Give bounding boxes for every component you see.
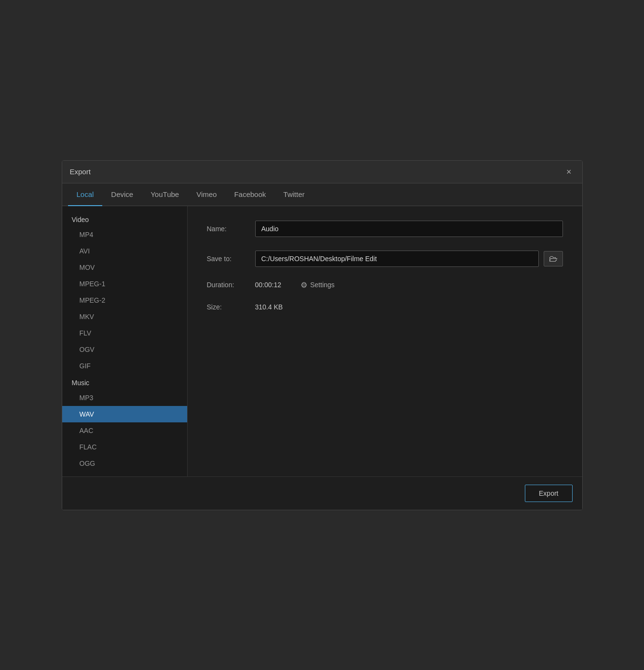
dialog-title: Export <box>70 168 91 176</box>
sidebar-item-mkv[interactable]: MKV <box>62 308 187 325</box>
tab-youtube[interactable]: YouTube <box>142 183 188 206</box>
save-to-input[interactable] <box>255 251 539 267</box>
export-dialog: Export × Local Device YouTube Vimeo Face… <box>62 160 583 510</box>
sidebar-item-flac[interactable]: FLAC <box>62 439 187 455</box>
dialog-body: Video MP4 AVI MOV MPEG-1 MPEG-2 MKV FLV … <box>62 206 582 476</box>
settings-button[interactable]: ⚙ Settings <box>301 280 335 290</box>
tab-facebook[interactable]: Facebook <box>225 183 274 206</box>
sidebar: Video MP4 AVI MOV MPEG-1 MPEG-2 MKV FLV … <box>62 206 188 476</box>
sidebar-item-ogg[interactable]: OGG <box>62 455 187 472</box>
sidebar-item-mpeg2[interactable]: MPEG-2 <box>62 292 187 308</box>
name-row: Name: <box>207 221 563 237</box>
footer: Export <box>62 476 582 510</box>
sidebar-item-flv[interactable]: FLV <box>62 325 187 341</box>
browse-folder-button[interactable]: 🗁 <box>544 251 563 266</box>
folder-icon: 🗁 <box>549 254 558 264</box>
save-to-label: Save to: <box>207 255 255 263</box>
tab-device[interactable]: Device <box>102 183 142 206</box>
sidebar-item-ogv[interactable]: OGV <box>62 341 187 358</box>
sidebar-item-aac[interactable]: AAC <box>62 422 187 439</box>
video-group-label: Video <box>62 211 187 226</box>
name-label: Name: <box>207 225 255 233</box>
sidebar-item-mp4[interactable]: MP4 <box>62 226 187 243</box>
size-value: 310.4 KB <box>255 303 283 311</box>
title-bar: Export × <box>62 161 582 183</box>
sidebar-item-avi[interactable]: AVI <box>62 243 187 259</box>
tabs-bar: Local Device YouTube Vimeo Facebook Twit… <box>62 183 582 206</box>
duration-content: 00:00:12 ⚙ Settings <box>255 280 335 290</box>
name-input[interactable] <box>255 221 563 237</box>
duration-value: 00:00:12 <box>255 281 282 289</box>
sidebar-item-wav[interactable]: WAV <box>62 406 187 422</box>
size-row: Size: 310.4 KB <box>207 303 563 311</box>
sidebar-item-mov[interactable]: MOV <box>62 259 187 276</box>
size-label: Size: <box>207 303 255 311</box>
tab-local[interactable]: Local <box>68 183 103 206</box>
tab-vimeo[interactable]: Vimeo <box>188 183 225 206</box>
duration-row: Duration: 00:00:12 ⚙ Settings <box>207 280 563 290</box>
music-group-label: Music <box>62 374 187 390</box>
duration-label: Duration: <box>207 281 255 289</box>
save-to-row: Save to: 🗁 <box>207 251 563 267</box>
settings-label: Settings <box>310 281 335 289</box>
tab-twitter[interactable]: Twitter <box>274 183 313 206</box>
export-button[interactable]: Export <box>525 485 572 502</box>
sidebar-item-mp3[interactable]: MP3 <box>62 390 187 406</box>
sidebar-item-mpeg1[interactable]: MPEG-1 <box>62 276 187 292</box>
save-to-field-group: 🗁 <box>255 251 563 267</box>
sidebar-item-gif[interactable]: GIF <box>62 358 187 374</box>
main-content: Name: Save to: 🗁 Duration: 00:00:12 <box>188 206 582 476</box>
gear-icon: ⚙ <box>301 280 307 290</box>
close-button[interactable]: × <box>563 167 575 177</box>
